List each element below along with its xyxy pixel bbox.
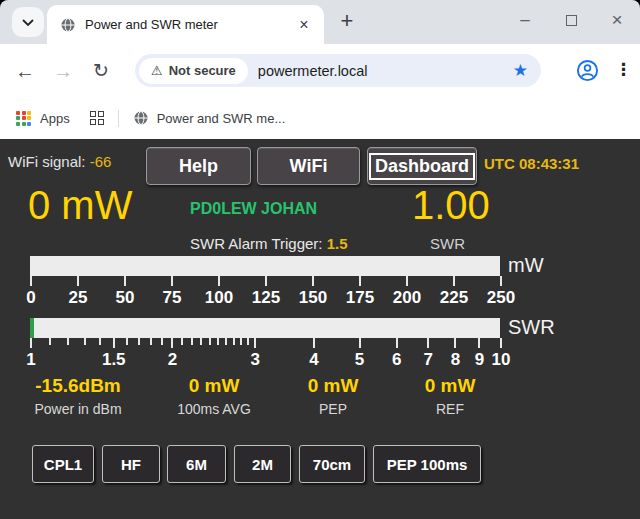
wifi-button-label: WiFi — [290, 156, 328, 177]
tick-mark — [396, 338, 398, 348]
tick-label: 50 — [116, 288, 135, 308]
window-controls: – × — [502, 0, 640, 40]
tick-mark — [191, 338, 193, 345]
tick-label: 8 — [451, 350, 460, 370]
active-tab[interactable]: Power and SWR meter × — [47, 5, 324, 44]
window-close-button[interactable]: × — [594, 0, 640, 40]
tick-mark — [217, 338, 219, 345]
2m-button[interactable]: 2M — [234, 445, 291, 483]
tick-label: 2 — [168, 350, 177, 370]
tick-mark — [161, 338, 163, 345]
tick-label: 75 — [163, 288, 182, 308]
tick-mark — [313, 338, 315, 348]
tick-label: 7 — [423, 350, 432, 370]
globe-icon — [60, 17, 76, 33]
stat-ref: 0 mW REF — [372, 375, 528, 417]
tick-mark — [77, 276, 79, 286]
tick-mark — [49, 338, 51, 345]
warning-icon: ⚠ — [151, 64, 163, 77]
pep-100ms-button[interactable]: PEP 100ms — [373, 445, 481, 483]
tick-mark — [427, 338, 429, 348]
tick-row — [30, 338, 500, 349]
tick-label: 10 — [492, 350, 511, 370]
bookmark-star-icon[interactable]: ★ — [513, 60, 528, 81]
tick-label: 200 — [393, 288, 421, 308]
tick-label: 3 — [251, 350, 260, 370]
stat-ref-value: 0 mW — [372, 375, 528, 397]
apps-shortcut[interactable]: Apps — [40, 111, 70, 126]
tick-mark — [150, 338, 152, 345]
url-text[interactable]: powermeter.local — [258, 63, 513, 79]
70cm-button[interactable]: 70cm — [299, 445, 365, 483]
power-meter-bar — [30, 256, 500, 276]
browser-window: Power and SWR meter × + – × ← → ↻ ⚠ Not … — [0, 0, 640, 519]
tick-mark — [254, 338, 256, 348]
tick-label: 5 — [355, 350, 364, 370]
bookmarks-separator — [118, 110, 119, 127]
dashboard-button-label: Dashboard — [371, 155, 473, 178]
tick-label: 4 — [309, 350, 318, 370]
tick-mark — [171, 338, 173, 348]
help-button[interactable]: Help — [146, 147, 251, 185]
tick-mark — [200, 338, 202, 345]
tick-mark — [500, 276, 502, 286]
new-tab-button[interactable]: + — [332, 8, 362, 36]
meter-fill — [30, 318, 34, 338]
tick-mark — [67, 338, 69, 345]
tick-label: 1 — [26, 350, 35, 370]
swr-meter: 11.52345678910 — [30, 318, 500, 370]
reload-icon[interactable]: ↻ — [88, 58, 114, 84]
70cm-button-label: 70cm — [313, 456, 351, 473]
tick-mark — [454, 338, 456, 348]
tick-mark — [124, 276, 126, 286]
stat-dbm-caption: Power in dBm — [0, 401, 156, 417]
tick-label: 25 — [69, 288, 88, 308]
help-button-label: Help — [179, 156, 218, 177]
cpl1-button[interactable]: CPL1 — [32, 445, 94, 483]
tick-mark — [453, 276, 455, 286]
profile-icon[interactable] — [576, 59, 599, 86]
dashboard-button[interactable]: Dashboard — [367, 147, 477, 185]
tick-mark — [181, 338, 183, 345]
maximize-button[interactable] — [548, 0, 594, 40]
tick-mark — [30, 338, 32, 348]
tick-label: 125 — [252, 288, 280, 308]
6m-button[interactable]: 6M — [167, 445, 226, 483]
power-readout: 0 mW — [28, 183, 132, 228]
tick-mark — [500, 338, 502, 348]
tick-mark — [359, 338, 361, 348]
swr-meter-unit: SWR — [508, 316, 555, 339]
wifi-signal: WiFi signal: -66 — [8, 153, 111, 170]
swr-alarm-label: SWR Alarm Trigger: — [190, 235, 323, 252]
hf-button[interactable]: HF — [102, 445, 160, 483]
swr-caption: SWR — [430, 235, 465, 252]
chevron-down-icon — [22, 13, 34, 31]
tick-labels: 11.52345678910 — [30, 350, 500, 370]
page-content: WiFi signal: -66 Help WiFi Dashboard UTC… — [0, 139, 640, 519]
back-icon[interactable]: ← — [12, 58, 38, 84]
tick-mark — [312, 276, 314, 286]
stat-dbm-value: -15.6dBm — [0, 375, 156, 397]
squares-grid-icon[interactable] — [90, 111, 104, 125]
tick-row — [30, 276, 500, 287]
tick-mark — [126, 338, 128, 345]
tick-mark — [240, 338, 242, 345]
tab-search-button[interactable] — [12, 7, 44, 37]
bookmarks-bar: Apps Power and SWR me... — [0, 97, 640, 139]
apps-grid-icon — [16, 111, 31, 126]
utc-clock: UTC 08:43:31 — [484, 155, 579, 172]
tick-mark — [171, 276, 173, 286]
minimize-button[interactable]: – — [502, 0, 548, 40]
address-bar[interactable]: ⚠ Not secure powermeter.local ★ — [135, 54, 541, 87]
menu-icon[interactable]: ⋮ — [615, 57, 632, 83]
bookmark-globe-icon — [133, 110, 149, 126]
wifi-button[interactable]: WiFi — [257, 147, 360, 185]
tick-mark — [406, 276, 408, 286]
tick-mark — [265, 276, 267, 286]
6m-button-label: 6M — [186, 456, 207, 473]
bookmark-item[interactable]: Power and SWR me... — [157, 111, 286, 126]
tab-close-icon[interactable]: × — [294, 15, 314, 35]
tick-label: 1.5 — [102, 350, 126, 370]
security-chip[interactable]: ⚠ Not secure — [139, 58, 248, 84]
tick-label: 0 — [26, 288, 35, 308]
